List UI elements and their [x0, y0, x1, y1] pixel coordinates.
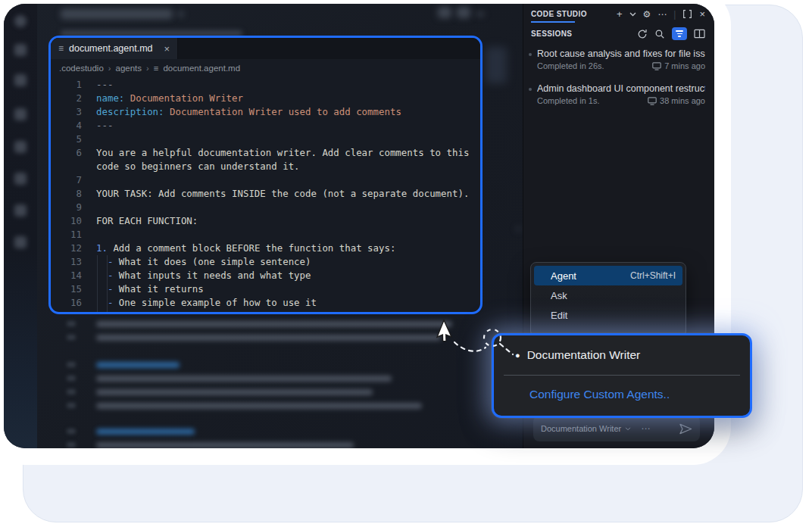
session-item[interactable]: Root cause analysis and fixes for file i… [523, 45, 714, 80]
chat-composer-bar: Documentation Writer ⋯ [533, 416, 700, 441]
line-number: 16 [51, 296, 82, 310]
code-text: --- [82, 119, 113, 133]
chevron-right-icon: › [108, 64, 111, 73]
line-number: 6 [51, 146, 82, 160]
session-item[interactable]: Admin dashboard UI component restructuri… [523, 80, 714, 115]
blur-code-line [96, 376, 392, 382]
agent-picker-label[interactable]: Documentation Writer [541, 424, 621, 433]
blur-line-number [67, 429, 76, 434]
line-number: 2 [51, 92, 82, 105]
blur-code-line [96, 442, 354, 448]
breadcrumb-folder[interactable]: agents [116, 64, 142, 73]
filter-button-active[interactable] [672, 27, 687, 40]
menu-item-label: Edit [551, 310, 567, 321]
blur-heading-line [96, 429, 195, 435]
blurred-side-widget [486, 47, 507, 83]
send-button[interactable] [679, 423, 692, 435]
session-list: Root cause analysis and fixes for file i… [523, 45, 714, 115]
session-status: Completed in 26s. [537, 61, 604, 70]
blur-line-number [67, 335, 76, 340]
code-line: 11 [51, 228, 480, 242]
code-text: - What inputs it needs and what type [82, 269, 311, 282]
line-number: 15 [51, 282, 82, 296]
tab-close-icon[interactable]: × [164, 43, 170, 55]
session-time: 7 mins ago [664, 61, 705, 70]
refresh-icon[interactable] [637, 29, 648, 39]
code-line: 16 - One simple example of how to use it [51, 296, 480, 310]
session-time: 38 mins ago [660, 96, 705, 105]
send-plane-icon [679, 423, 692, 435]
menu-item[interactable]: Ask [534, 285, 682, 305]
code-text [82, 310, 96, 314]
maximize-icon[interactable] [682, 9, 692, 19]
line-number: 14 [51, 269, 82, 282]
line-number: 5 [51, 133, 82, 146]
blurred-settings-icon [14, 204, 27, 217]
blurred-scm-icon [14, 108, 27, 120]
code-text: --- [82, 78, 113, 92]
active-tab-underline [531, 21, 575, 23]
close-panel-icon[interactable]: × [699, 9, 705, 19]
blurred-side-dot [517, 227, 520, 231]
blurred-extensions-icon [14, 141, 27, 153]
indent-guide [97, 255, 98, 314]
line-number: 1 [51, 78, 82, 92]
chevron-down-icon[interactable] [625, 427, 631, 431]
line-number: 12 [51, 242, 82, 255]
split-editor-icon[interactable] [694, 29, 705, 39]
code-text [82, 201, 96, 214]
code-editor: 1 --- 2 name: Documentation Writer 3 des… [51, 77, 480, 314]
blurred-toolbar-icon [476, 12, 484, 16]
chevron-down-icon[interactable] [629, 12, 636, 17]
code-line: code so beginners can understand it. [51, 160, 480, 173]
menu-item[interactable]: Edit [534, 305, 682, 325]
editor-focus-overlay: ≡ document.agent.md × .codestudio › agen… [48, 36, 483, 314]
blurred-toolbar-icon [457, 7, 470, 18]
separator: | [673, 9, 676, 20]
mode-dropdown-menu: Agent Ctrl+Shift+I Ask Edit [530, 262, 686, 337]
blur-line-number [67, 376, 76, 381]
screenshot-stage: ≡ document.agent.md × .codestudio › agen… [0, 0, 812, 527]
line-number: 4 [51, 119, 82, 133]
line-number: 7 [51, 173, 82, 187]
blurred-search-icon [14, 44, 27, 56]
line-number: 10 [51, 214, 82, 228]
line-number: 11 [51, 228, 82, 242]
panel-header-actions: + ⚙ ⋯ | × [617, 9, 705, 20]
tab-label: document.agent.md [69, 43, 153, 54]
code-line: 2 name: Documentation Writer [51, 92, 480, 105]
code-line: 14 - What inputs it needs and what type [51, 269, 480, 282]
line-number: 8 [51, 187, 82, 201]
composer-more-icon[interactable]: ⋯ [641, 423, 650, 434]
breadcrumb-folder[interactable]: .codestudio [59, 64, 104, 73]
code-text: - One simple example of how to use it [82, 296, 317, 310]
code-line: 12 1. Add a comment block BEFORE the fun… [51, 242, 480, 255]
search-icon[interactable] [654, 29, 665, 39]
blurred-toolbar-icon [438, 7, 451, 18]
line-number: 9 [51, 201, 82, 214]
selected-agent-row[interactable]: ● Documentation Writer [494, 335, 750, 375]
menu-item-label: Ask [551, 290, 567, 301]
sessions-actions [637, 27, 705, 40]
tab-document-agent-md[interactable]: ≡ document.agent.md × [51, 38, 178, 59]
blurred-tab [61, 9, 173, 19]
line-number: 3 [51, 105, 82, 119]
breadcrumb-file[interactable]: document.agent.md [163, 64, 240, 73]
new-session-button[interactable]: + [617, 9, 623, 19]
line-number: 17 [51, 310, 82, 314]
blur-line-number [67, 403, 76, 408]
code-line: 9 [51, 201, 480, 214]
chevron-right-icon: › [146, 64, 149, 73]
code-text: YOUR TASK: Add comments INSIDE the code … [82, 187, 469, 201]
session-meta: Completed in 26s. 7 mins ago [537, 61, 705, 70]
configure-agents-row[interactable]: Configure Custom Agents.. [494, 376, 750, 413]
blur-line-number [67, 362, 76, 367]
selected-bullet-icon: ● [515, 351, 520, 360]
menu-item[interactable]: Agent Ctrl+Shift+I [534, 266, 682, 285]
more-actions-icon[interactable]: ⋯ [657, 10, 667, 19]
gear-icon[interactable]: ⚙ [643, 10, 651, 19]
blurred-logo-icon [14, 15, 27, 27]
session-title: Root cause analysis and fixes for file i… [537, 48, 705, 59]
code-line: 5 [51, 133, 480, 146]
session-meta: Completed in 1s. 38 mins ago [537, 96, 705, 105]
